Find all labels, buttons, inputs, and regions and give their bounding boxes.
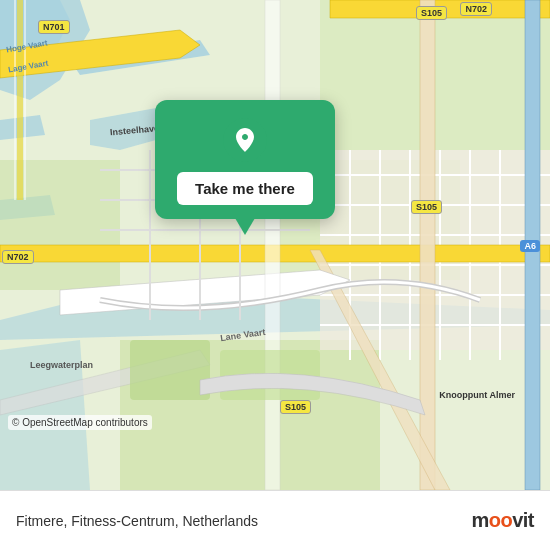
s105-bot-label: S105	[280, 400, 311, 414]
n701-label: N701	[38, 20, 70, 34]
svg-rect-24	[130, 340, 210, 400]
n702-top-label: N702	[460, 2, 492, 16]
s105-top-label: S105	[416, 6, 447, 20]
footer-bar: Fitmere, Fitness-Centrum, Netherlands mo…	[0, 490, 550, 550]
map-card: Take me there	[155, 100, 335, 219]
location-pin-icon	[223, 118, 267, 162]
map-container: N701 N702 N702 S105 S105 S105 A6 Insteel…	[0, 0, 550, 490]
moovit-logo: moovit	[471, 509, 534, 532]
knooppunt-label: Knooppunt Almer	[439, 390, 515, 400]
moovit-logo-text: moovit	[471, 509, 534, 532]
n702-left-label: N702	[2, 250, 34, 264]
map-attribution: © OpenStreetMap contributors	[8, 415, 152, 430]
s105-mid-label: S105	[411, 200, 442, 214]
footer-location-text: Fitmere, Fitness-Centrum, Netherlands	[16, 513, 471, 529]
a6-label: A6	[520, 240, 540, 252]
take-me-there-button[interactable]: Take me there	[177, 172, 313, 205]
leegwaterplan-label: Leegwaterplan	[30, 360, 93, 370]
